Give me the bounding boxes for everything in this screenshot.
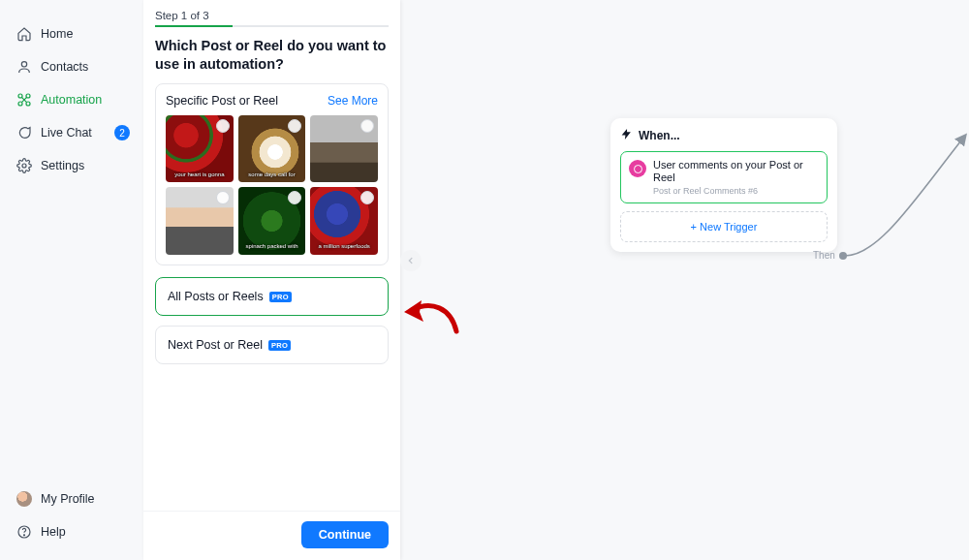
sidebar-item-automation[interactable]: Automation [0,83,143,116]
all-posts-option[interactable]: All Posts or Reels PRO [155,277,389,316]
sidebar-item-livechat[interactable]: Live Chat 2 [0,116,143,149]
option-label: Next Post or Reel [168,338,263,352]
svg-point-0 [21,62,26,67]
step-label: Step 1 of 3 [155,10,389,21]
flow-node-when[interactable]: When... User comments on your Post or Re… [610,118,837,252]
pro-badge: PRO [269,292,292,302]
new-trigger-button[interactable]: + New Trigger [620,211,828,242]
post-thumbnail[interactable]: spinach packed with [238,187,306,255]
next-post-option[interactable]: Next Post or Reel PRO [155,326,389,364]
svg-point-2 [26,102,30,106]
pro-badge: PRO [268,340,291,351]
gear-icon [14,158,35,173]
sidebar-item-contacts[interactable]: Contacts [0,50,143,83]
svg-point-7 [23,535,24,536]
see-more-link[interactable]: See More [328,94,378,108]
svg-point-1 [18,94,22,98]
sidebar-item-home[interactable]: Home [0,17,143,50]
avatar [14,491,35,507]
flow-canvas[interactable] [400,0,969,560]
sidebar-item-label: Home [41,27,73,41]
sidebar-item-label: My Profile [41,492,95,506]
panel-title: Which Post or Reel do you want to use in… [155,37,389,74]
sidebar-item-profile[interactable]: My Profile [0,482,143,515]
sidebar: Home Contacts Automation Live Chat 2 S [0,0,143,560]
chat-icon [14,125,35,140]
svg-point-4 [26,94,30,98]
step-panel: Step 1 of 3 Which Post or Reel do you wa… [143,0,400,560]
annotation-arrow [402,293,460,335]
flow-connector-line [841,126,969,271]
sidebar-item-label: Help [41,525,66,539]
livechat-badge: 2 [114,125,130,140]
sidebar-item-help[interactable]: Help [0,515,143,548]
user-icon [14,59,35,75]
post-thumbnail[interactable]: a million superfoods [310,187,378,255]
option-label: All Posts or Reels [168,290,264,303]
trigger-item[interactable]: User comments on your Post or Reel Post … [620,151,828,203]
post-grid: your heart is gonna some days call for s… [166,115,378,255]
specific-post-title: Specific Post or Reel [166,94,278,108]
trigger-subtitle: Post or Reel Comments #6 [653,186,819,196]
sidebar-item-label: Contacts [41,60,88,74]
sidebar-item-label: Live Chat [41,126,92,140]
post-thumbnail[interactable]: some days call for [238,115,306,183]
bolt-icon [620,128,633,143]
home-icon [14,26,35,42]
specific-post-card[interactable]: Specific Post or Reel See More your hear… [155,83,389,265]
continue-button[interactable]: Continue [301,521,389,548]
automation-icon [14,92,35,108]
sidebar-item-label: Automation [41,93,102,107]
flow-then-label: Then [813,250,835,261]
instagram-icon [629,160,646,177]
flow-when-label: When... [639,129,680,142]
post-thumbnail[interactable]: your heart is gonna [166,115,234,183]
sidebar-item-settings[interactable]: Settings [0,149,143,182]
svg-point-3 [18,102,22,106]
post-thumbnail[interactable] [310,115,378,183]
help-icon [14,524,35,540]
svg-point-5 [22,164,26,168]
sidebar-item-label: Settings [41,159,84,172]
post-thumbnail[interactable] [166,187,234,255]
trigger-title: User comments on your Post or Reel [653,159,819,184]
step-progress [155,25,389,27]
